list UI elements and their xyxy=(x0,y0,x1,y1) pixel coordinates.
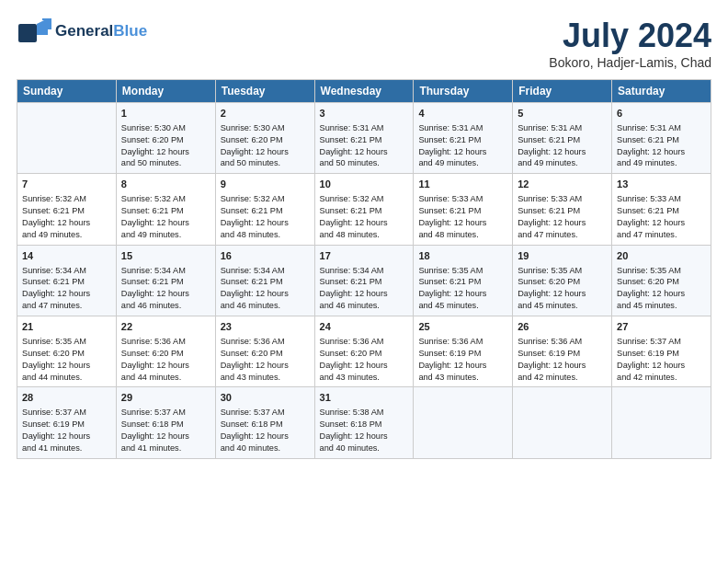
day-header-monday: Monday xyxy=(116,80,215,103)
calendar-cell: 1Sunrise: 5:30 AM Sunset: 6:20 PM Daylig… xyxy=(116,103,215,174)
calendar-cell: 11Sunrise: 5:33 AM Sunset: 6:21 PM Dayli… xyxy=(414,174,513,245)
day-number: 23 xyxy=(221,320,310,334)
day-header-sunday: Sunday xyxy=(17,80,117,103)
calendar-cell: 10Sunrise: 5:32 AM Sunset: 6:21 PM Dayli… xyxy=(314,174,414,245)
day-number: 7 xyxy=(22,178,111,191)
header: GeneralBlue July 2024 Bokoro, Hadjer-Lam… xyxy=(17,17,711,70)
day-number: 21 xyxy=(22,320,111,334)
calendar-cell: 14Sunrise: 5:34 AM Sunset: 6:21 PM Dayli… xyxy=(17,245,117,316)
calendar-cell xyxy=(414,387,513,458)
day-info: Sunrise: 5:37 AM Sunset: 6:18 PM Dayligh… xyxy=(221,407,310,454)
day-number: 29 xyxy=(121,391,210,405)
day-number: 17 xyxy=(320,249,409,263)
calendar-cell: 5Sunrise: 5:31 AM Sunset: 6:21 PM Daylig… xyxy=(513,103,612,174)
calendar-table: SundayMondayTuesdayWednesdayThursdayFrid… xyxy=(17,79,711,459)
logo-text: GeneralBlue xyxy=(55,23,147,40)
day-info: Sunrise: 5:32 AM Sunset: 6:21 PM Dayligh… xyxy=(221,193,310,241)
day-info: Sunrise: 5:32 AM Sunset: 6:21 PM Dayligh… xyxy=(320,193,409,241)
calendar-cell: 29Sunrise: 5:37 AM Sunset: 6:18 PM Dayli… xyxy=(116,387,215,458)
title-block: July 2024 Bokoro, Hadjer-Lamis, Chad xyxy=(549,17,711,70)
day-number: 18 xyxy=(418,249,507,263)
day-info: Sunrise: 5:35 AM Sunset: 6:20 PM Dayligh… xyxy=(617,265,706,313)
day-header-wednesday: Wednesday xyxy=(314,80,414,103)
svg-rect-0 xyxy=(18,24,37,42)
logo-icon xyxy=(17,17,51,46)
day-number: 14 xyxy=(22,249,111,263)
calendar-cell: 13Sunrise: 5:33 AM Sunset: 6:21 PM Dayli… xyxy=(612,174,711,245)
week-row-4: 21Sunrise: 5:35 AM Sunset: 6:20 PM Dayli… xyxy=(17,316,711,387)
day-info: Sunrise: 5:37 AM Sunset: 6:18 PM Dayligh… xyxy=(121,407,210,454)
calendar-cell: 2Sunrise: 5:30 AM Sunset: 6:20 PM Daylig… xyxy=(215,103,314,174)
week-row-5: 28Sunrise: 5:37 AM Sunset: 6:19 PM Dayli… xyxy=(17,387,711,458)
day-info: Sunrise: 5:33 AM Sunset: 6:21 PM Dayligh… xyxy=(518,193,607,241)
day-number: 27 xyxy=(617,320,706,334)
day-number: 13 xyxy=(617,178,706,191)
day-number: 25 xyxy=(418,320,507,334)
calendar-cell: 3Sunrise: 5:31 AM Sunset: 6:21 PM Daylig… xyxy=(314,103,414,174)
day-info: Sunrise: 5:36 AM Sunset: 6:20 PM Dayligh… xyxy=(221,336,310,384)
calendar-cell: 26Sunrise: 5:36 AM Sunset: 6:19 PM Dayli… xyxy=(513,316,612,387)
calendar-cell: 23Sunrise: 5:36 AM Sunset: 6:20 PM Dayli… xyxy=(215,316,314,387)
calendar-cell: 12Sunrise: 5:33 AM Sunset: 6:21 PM Dayli… xyxy=(513,174,612,245)
day-info: Sunrise: 5:31 AM Sunset: 6:21 PM Dayligh… xyxy=(418,122,507,170)
day-number: 28 xyxy=(22,391,111,405)
day-info: Sunrise: 5:37 AM Sunset: 6:19 PM Dayligh… xyxy=(617,336,706,384)
day-info: Sunrise: 5:36 AM Sunset: 6:19 PM Dayligh… xyxy=(418,336,507,384)
day-info: Sunrise: 5:36 AM Sunset: 6:20 PM Dayligh… xyxy=(121,336,210,384)
day-header-saturday: Saturday xyxy=(612,80,711,103)
day-number: 6 xyxy=(617,107,706,121)
day-header-friday: Friday xyxy=(513,80,612,103)
day-info: Sunrise: 5:31 AM Sunset: 6:21 PM Dayligh… xyxy=(320,122,409,170)
day-info: Sunrise: 5:34 AM Sunset: 6:21 PM Dayligh… xyxy=(320,265,409,313)
logo: GeneralBlue xyxy=(17,17,147,46)
day-number: 24 xyxy=(320,320,409,334)
day-header-tuesday: Tuesday xyxy=(215,80,314,103)
day-info: Sunrise: 5:37 AM Sunset: 6:19 PM Dayligh… xyxy=(22,407,111,454)
calendar-cell: 19Sunrise: 5:35 AM Sunset: 6:20 PM Dayli… xyxy=(513,245,612,316)
day-info: Sunrise: 5:31 AM Sunset: 6:21 PM Dayligh… xyxy=(518,122,607,170)
header-row: SundayMondayTuesdayWednesdayThursdayFrid… xyxy=(17,80,711,103)
day-info: Sunrise: 5:33 AM Sunset: 6:21 PM Dayligh… xyxy=(617,193,706,241)
week-row-3: 14Sunrise: 5:34 AM Sunset: 6:21 PM Dayli… xyxy=(17,245,711,316)
day-number: 30 xyxy=(221,391,310,405)
day-info: Sunrise: 5:34 AM Sunset: 6:21 PM Dayligh… xyxy=(121,265,210,313)
day-number: 4 xyxy=(418,107,507,121)
calendar-page: GeneralBlue July 2024 Bokoro, Hadjer-Lam… xyxy=(0,0,728,563)
day-info: Sunrise: 5:36 AM Sunset: 6:20 PM Dayligh… xyxy=(320,336,409,384)
day-info: Sunrise: 5:33 AM Sunset: 6:21 PM Dayligh… xyxy=(418,193,507,241)
day-number: 10 xyxy=(320,178,409,191)
day-info: Sunrise: 5:32 AM Sunset: 6:21 PM Dayligh… xyxy=(22,193,111,241)
day-number: 9 xyxy=(221,178,310,191)
calendar-cell: 7Sunrise: 5:32 AM Sunset: 6:21 PM Daylig… xyxy=(17,174,117,245)
calendar-cell: 24Sunrise: 5:36 AM Sunset: 6:20 PM Dayli… xyxy=(314,316,414,387)
calendar-cell: 6Sunrise: 5:31 AM Sunset: 6:21 PM Daylig… xyxy=(612,103,711,174)
calendar-cell xyxy=(513,387,612,458)
calendar-cell: 22Sunrise: 5:36 AM Sunset: 6:20 PM Dayli… xyxy=(116,316,215,387)
calendar-cell xyxy=(17,103,117,174)
calendar-cell: 31Sunrise: 5:38 AM Sunset: 6:18 PM Dayli… xyxy=(314,387,414,458)
day-number: 22 xyxy=(121,320,210,334)
day-number: 15 xyxy=(121,249,210,263)
day-info: Sunrise: 5:34 AM Sunset: 6:21 PM Dayligh… xyxy=(221,265,310,313)
day-number: 3 xyxy=(320,107,409,121)
svg-marker-1 xyxy=(37,18,48,35)
day-number: 20 xyxy=(617,249,706,263)
day-number: 12 xyxy=(518,178,607,191)
week-row-1: 1Sunrise: 5:30 AM Sunset: 6:20 PM Daylig… xyxy=(17,103,711,174)
day-number: 2 xyxy=(221,107,310,121)
calendar-cell: 17Sunrise: 5:34 AM Sunset: 6:21 PM Dayli… xyxy=(314,245,414,316)
calendar-cell: 15Sunrise: 5:34 AM Sunset: 6:21 PM Dayli… xyxy=(116,245,215,316)
day-info: Sunrise: 5:30 AM Sunset: 6:20 PM Dayligh… xyxy=(221,122,310,170)
calendar-cell: 4Sunrise: 5:31 AM Sunset: 6:21 PM Daylig… xyxy=(414,103,513,174)
day-number: 11 xyxy=(418,178,507,191)
day-info: Sunrise: 5:35 AM Sunset: 6:20 PM Dayligh… xyxy=(22,336,111,384)
calendar-cell: 18Sunrise: 5:35 AM Sunset: 6:21 PM Dayli… xyxy=(414,245,513,316)
day-number: 26 xyxy=(518,320,607,334)
calendar-cell: 25Sunrise: 5:36 AM Sunset: 6:19 PM Dayli… xyxy=(414,316,513,387)
calendar-cell: 8Sunrise: 5:32 AM Sunset: 6:21 PM Daylig… xyxy=(116,174,215,245)
calendar-cell: 20Sunrise: 5:35 AM Sunset: 6:20 PM Dayli… xyxy=(612,245,711,316)
day-info: Sunrise: 5:34 AM Sunset: 6:21 PM Dayligh… xyxy=(22,265,111,313)
day-info: Sunrise: 5:31 AM Sunset: 6:21 PM Dayligh… xyxy=(617,122,706,170)
calendar-cell: 28Sunrise: 5:37 AM Sunset: 6:19 PM Dayli… xyxy=(17,387,117,458)
day-info: Sunrise: 5:35 AM Sunset: 6:21 PM Dayligh… xyxy=(418,265,507,313)
